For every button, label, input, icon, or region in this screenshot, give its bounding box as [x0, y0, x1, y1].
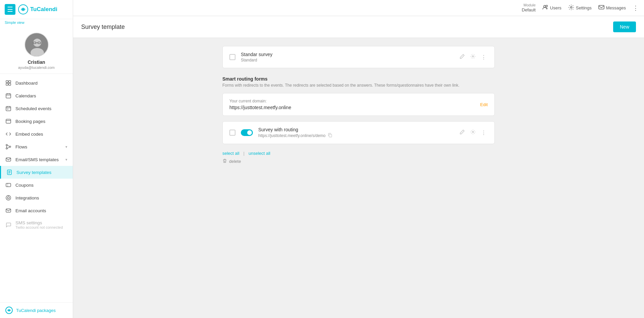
routing-survey-card: Survey with routing https://justtotest.m… [222, 121, 495, 144]
svg-rect-47 [329, 134, 332, 137]
domain-edit-link[interactable]: Edit [480, 102, 488, 107]
domain-url: https://justtotest.meetfy.online [229, 105, 291, 110]
sidebar-item-scheduled-events[interactable]: Scheduled events [0, 102, 73, 115]
packages-link[interactable]: TuCalendi packages [5, 307, 67, 314]
select-all-link[interactable]: select all [222, 151, 239, 156]
module-default: Module Default [522, 3, 536, 13]
logo-container: TuCalendi [18, 4, 57, 14]
content-body: Standar survey Standard [214, 38, 503, 172]
svg-point-41 [8, 310, 10, 311]
sidebar-item-survey-templates[interactable]: Survey templates [0, 166, 73, 179]
sidebar: ☰ TuCalendi Simple view Crist [0, 0, 73, 318]
unselect-all-link[interactable]: unselect all [249, 151, 270, 156]
sidebar-item-label-integrations: Integrations [15, 195, 39, 200]
hamburger-icon[interactable]: ☰ [5, 4, 15, 15]
topbar-more-icon[interactable]: ⋮ [633, 4, 639, 12]
sidebar-item-embed-codes[interactable]: Embed codes [0, 128, 73, 140]
packages-logo-icon [5, 307, 13, 314]
sidebar-item-label-dashboard: Dashboard [15, 81, 38, 86]
messages-icon [598, 4, 604, 12]
sidebar-item-label-embed-codes: Embed codes [15, 132, 43, 137]
sidebar-footer: TuCalendi packages [0, 302, 73, 318]
delete-icon [222, 158, 227, 164]
sidebar-item-coupons[interactable]: Coupons [0, 179, 73, 191]
email-sms-icon [5, 156, 11, 163]
user-name: Cristian [28, 59, 45, 65]
sidebar-item-label-sms-settings: SMS settings [15, 220, 63, 225]
svg-rect-12 [6, 94, 11, 98]
sidebar-item-email-accounts[interactable]: Email accounts [0, 204, 73, 217]
delete-button[interactable]: delete [222, 158, 495, 164]
standard-survey-actions: ⋮ [458, 52, 488, 62]
sidebar-item-booking-pages[interactable]: Booking pages [0, 115, 73, 128]
svg-point-42 [544, 5, 546, 7]
app-name: TuCalendi [30, 6, 57, 13]
flows-icon [5, 144, 11, 150]
topbar-settings[interactable]: Settings [568, 4, 592, 12]
sms-settings-icon [5, 222, 11, 228]
routing-survey-info: Survey with routing https://justtotest.m… [258, 127, 453, 138]
bulk-actions: select all | unselect all [222, 151, 495, 156]
standard-survey-name: Standar survey [241, 52, 453, 57]
routing-survey-edit-icon[interactable] [458, 128, 466, 137]
svg-point-23 [6, 144, 7, 146]
svg-rect-21 [6, 119, 11, 123]
svg-point-1 [22, 8, 24, 10]
svg-point-44 [570, 6, 572, 8]
topbar: Module Default Users Settings [73, 0, 644, 16]
sidebar-item-dashboard[interactable]: Dashboard [0, 77, 73, 89]
topbar-users[interactable]: Users [542, 4, 561, 12]
dashboard-icon [5, 80, 11, 86]
sidebar-item-flows[interactable]: Flows ▾ [0, 140, 73, 153]
svg-point-43 [546, 5, 547, 7]
sms-settings-sub: Twilio account not connected [15, 225, 63, 230]
sidebar-item-integrations[interactable]: Integrations [0, 191, 73, 204]
messages-label: Messages [606, 5, 626, 10]
routing-survey-checkbox[interactable] [229, 130, 235, 136]
sidebar-item-label-email-accounts: Email accounts [15, 208, 46, 213]
topbar-messages[interactable]: Messages [598, 4, 626, 12]
routing-survey-more-icon[interactable]: ⋮ [480, 128, 488, 137]
svg-rect-39 [6, 209, 11, 212]
sidebar-item-label-survey-templates: Survey templates [16, 170, 51, 175]
sidebar-item-sms-settings[interactable]: SMS settings Twilio account not connecte… [0, 217, 73, 233]
survey-templates-icon [6, 169, 12, 175]
module-value: Default [522, 7, 536, 13]
content-header: Survey template New [73, 16, 644, 38]
copy-url-icon[interactable] [328, 133, 332, 138]
svg-point-25 [9, 146, 11, 147]
email-accounts-icon [5, 208, 11, 214]
scheduled-events-icon [5, 105, 11, 111]
svg-rect-11 [9, 83, 11, 85]
svg-rect-9 [9, 81, 11, 83]
sidebar-item-calendars[interactable]: Calendars [0, 89, 73, 102]
routing-survey-toggle[interactable] [241, 129, 253, 136]
app-logo [18, 4, 28, 14]
sidebar-item-label-flows: Flows [15, 144, 27, 149]
standard-survey-settings-icon[interactable] [469, 52, 477, 62]
standard-survey-more-icon[interactable]: ⋮ [480, 53, 488, 62]
svg-point-46 [472, 56, 474, 57]
coupons-icon [5, 182, 11, 188]
routing-survey-settings-icon[interactable] [469, 128, 477, 137]
content: Survey template New Standar survey Stand… [73, 16, 644, 318]
sidebar-item-email-sms-templates[interactable]: Email/SMS templates ▾ [0, 153, 73, 166]
svg-point-36 [7, 197, 9, 199]
standard-survey-edit-icon[interactable] [458, 52, 466, 62]
sidebar-item-label-coupons: Coupons [15, 183, 34, 188]
new-button[interactable]: New [613, 21, 636, 32]
bulk-separator: | [244, 151, 245, 156]
standard-survey-checkbox[interactable] [229, 54, 235, 60]
svg-rect-29 [6, 158, 11, 161]
routing-survey-url-text: https://justtotest.meetfy.online/s/demo [258, 133, 326, 138]
svg-point-24 [6, 148, 7, 149]
svg-point-48 [472, 131, 474, 133]
sidebar-item-label-email-sms: Email/SMS templates [15, 157, 59, 162]
users-label: Users [550, 5, 561, 10]
sidebar-item-label-calendars: Calendars [15, 93, 36, 98]
standard-survey-card: Standar survey Standard [222, 46, 495, 68]
simple-view-link[interactable]: Simple view [0, 19, 73, 27]
standard-survey-info: Standar survey Standard [241, 52, 453, 62]
svg-point-37 [6, 195, 11, 200]
delete-label: delete [229, 159, 241, 164]
